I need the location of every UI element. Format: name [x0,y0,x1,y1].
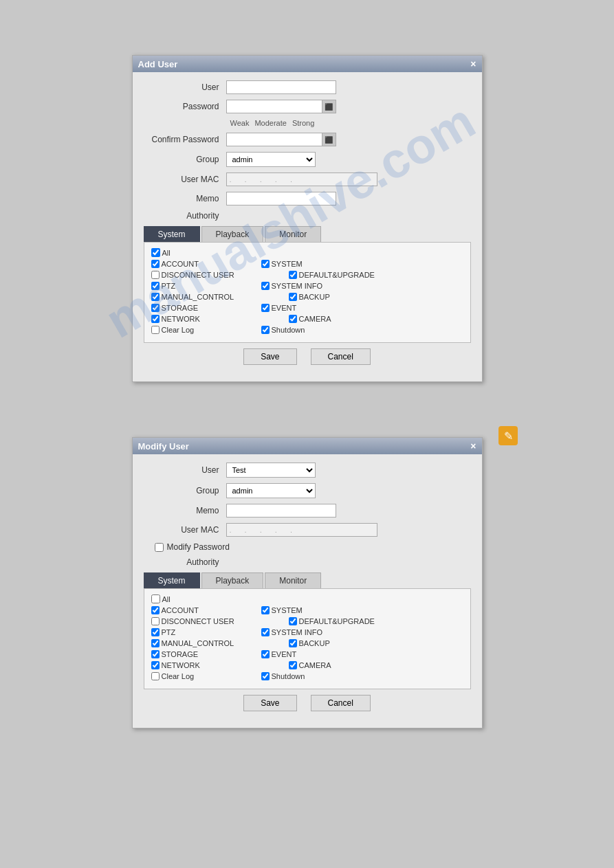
add-user-cancel-button[interactable]: Cancel [311,348,371,365]
checkbox-backup: BACKUP [289,293,399,301]
tab-playback[interactable]: Playback [201,226,264,242]
password-input[interactable] [226,100,322,113]
modify-password-checkbox[interactable] [155,543,164,552]
checkbox-ptz: PTZ [151,282,261,290]
checkbox-system: SYSTEM [261,260,371,268]
modify-checkbox-row-2: PTZ SYSTEM INFO MANUAL_CONTROL BACKUP [151,628,463,647]
modify-user-label: User [144,465,226,475]
confirm-password-label: Confirm Password [144,135,226,144]
modify-user-buttons: Save Cancel [144,689,471,720]
modify-user-tabs: System Playback Monitor [144,572,471,588]
modify-user-body: User Test Group admin Memo User MAC [133,454,482,728]
confirm-password-row: Confirm Password ⬛ [144,133,471,146]
checkbox-row-4: Clear Log Shutdown [151,326,463,334]
modify-checkbox-camera: CAMERA [289,661,399,669]
checkbox-clear-log: Clear Log [151,326,261,334]
strength-strong: Strong [291,119,316,127]
all-checkbox[interactable] [151,248,160,257]
tab-system[interactable]: System [144,226,200,242]
modify-checkbox-network: NETWORK [151,661,289,669]
user-label: User [144,82,226,92]
checkbox-default-upgrade: DEFAULT&UPGRADE [289,271,426,279]
add-user-body: User Password ⬛ Weak Moderate Strong C [133,72,482,381]
checkbox-network: NETWORK [151,315,289,323]
add-user-close-button[interactable]: × [470,58,476,69]
strength-row: Weak Moderate Strong [144,119,471,127]
modify-checkbox-shutdown: Shutdown [261,672,371,680]
strength-weak: Weak [229,119,251,127]
confirm-password-input[interactable] [226,133,322,146]
checkbox-manual-control: MANUAL_CONTROL [151,293,289,301]
group-label: Group [144,155,226,164]
memo-input[interactable] [226,192,336,205]
modify-user-mac-row: User MAC [144,523,471,537]
watermark-icon: ✎ [498,426,518,445]
modify-user-close-button[interactable]: × [470,441,476,452]
modify-checkbox-default-upgrade: DEFAULT&UPGRADE [289,617,426,625]
checkbox-disconnect-user: DISCONNECT USER [151,271,289,279]
all-checkbox-row: All [151,248,463,257]
modify-user-mac-input[interactable] [226,523,377,537]
modify-group-row: Group admin [144,483,471,498]
user-input[interactable] [226,80,336,94]
add-user-dialog: Add User × User Password ⬛ Weak Moderate [132,55,483,382]
modify-checkbox-account: ACCOUNT [151,606,261,614]
add-user-buttons: Save Cancel [144,343,471,373]
modify-user-select[interactable]: Test [226,463,316,478]
checkbox-row-2: PTZ SYSTEM INFO MANUAL_CONTROL BACKUP [151,282,463,301]
modify-all-label: All [162,595,171,603]
modify-checkbox-clear-log: Clear Log [151,672,261,680]
group-select[interactable]: admin [226,152,316,167]
user-mac-input[interactable] [226,173,377,186]
modify-checkbox-system-info: SYSTEM INFO [261,628,371,636]
modify-user-mac-label: User MAC [144,525,226,535]
modify-checkbox-ptz: PTZ [151,628,261,636]
modify-checkbox-manual-control: MANUAL_CONTROL [151,639,289,647]
modify-password-label: Modify Password [167,542,230,552]
modify-group-label: Group [144,486,226,496]
modify-all-checkbox[interactable] [151,594,160,603]
memo-label: Memo [144,194,226,203]
modify-checkbox-disconnect-user: DISCONNECT USER [151,617,289,625]
group-row: Group admin [144,152,471,167]
modify-checkbox-row-3: STORAGE EVENT NETWORK CAMERA [151,650,463,669]
confirm-password-show-icon[interactable]: ⬛ [322,133,336,146]
add-user-tabs: System Playback Monitor [144,226,471,242]
checkbox-system-info: SYSTEM INFO [261,282,371,290]
modify-password-row: Modify Password [155,542,471,552]
add-user-title: Add User [138,59,178,69]
memo-row: Memo [144,192,471,205]
all-label: All [162,249,171,257]
authority-row: Authority [144,211,471,221]
add-user-authority-panel: All ACCOUNT SYSTEM DISCONNECT USER DEFAU… [144,242,471,343]
checkbox-camera: CAMERA [289,315,399,323]
password-label: Password [144,102,226,111]
modify-tab-playback[interactable]: Playback [201,572,264,588]
modify-user-row: User Test [144,463,471,478]
add-user-titlebar: Add User × [133,56,482,72]
modify-memo-input[interactable] [226,504,336,518]
checkbox-storage: STORAGE [151,304,261,312]
modify-group-select[interactable]: admin [226,483,316,498]
modify-memo-row: Memo [144,504,471,518]
modify-checkbox-row-4: Clear Log Shutdown [151,672,463,680]
user-row: User [144,80,471,94]
modify-user-cancel-button[interactable]: Cancel [311,695,371,711]
modify-checkbox-storage: STORAGE [151,650,261,658]
modify-user-authority-panel: All ACCOUNT SYSTEM DISCONNECT USER DEFAU… [144,588,471,689]
tab-monitor[interactable]: Monitor [265,226,321,242]
password-show-icon[interactable]: ⬛ [322,100,336,113]
checkbox-shutdown: Shutdown [261,326,371,334]
add-user-save-button[interactable]: Save [243,348,296,365]
page-container: manualshive.com ✎ Add User × User Passwo… [0,0,614,868]
modify-all-checkbox-row: All [151,594,463,603]
checkbox-account: ACCOUNT [151,260,261,268]
modify-user-save-button[interactable]: Save [243,695,296,711]
user-mac-row: User MAC [144,173,471,186]
modify-tab-monitor[interactable]: Monitor [265,572,321,588]
password-strength: Weak Moderate Strong [229,119,316,127]
modify-checkbox-system: SYSTEM [261,606,371,614]
modify-tab-system[interactable]: System [144,572,200,588]
modify-authority-label: Authority [144,557,226,567]
modify-memo-label: Memo [144,506,226,515]
